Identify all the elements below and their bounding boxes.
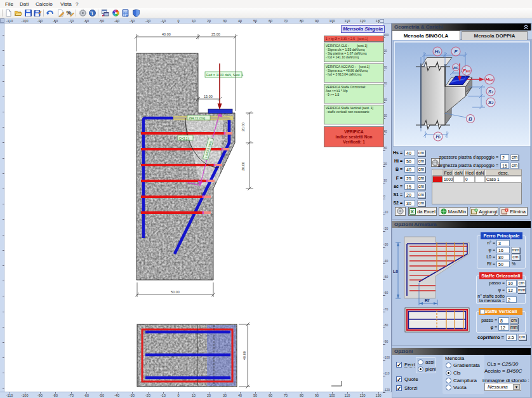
svg-text:15.00: 15.00 bbox=[204, 95, 213, 98]
svg-text:%: % bbox=[67, 10, 72, 16]
svg-text:Fed = 1000 daN, Sest. 1: Fed = 1000 daN, Sest. 1 bbox=[206, 73, 244, 77]
svg-text:25.00: 25.00 bbox=[211, 32, 220, 36]
svg-text:C=3.1 t: C=3.1 t bbox=[179, 136, 190, 140]
svg-text:ac: ac bbox=[453, 65, 458, 70]
svg-text:Rf: Rf bbox=[425, 298, 430, 303]
svg-text:40.00: 40.00 bbox=[162, 32, 171, 36]
svg-text:20.00: 20.00 bbox=[241, 123, 245, 131]
svg-text:i: i bbox=[91, 11, 93, 17]
svg-text:50.00: 50.00 bbox=[171, 290, 180, 294]
svg-text:294.72 cmq: 294.72 cmq bbox=[189, 116, 205, 120]
svg-text:30.00: 30.00 bbox=[241, 162, 245, 171]
svg-text:B: B bbox=[469, 116, 472, 122]
svg-text:40.00: 40.00 bbox=[243, 351, 246, 360]
svg-text:L0: L0 bbox=[393, 269, 398, 274]
svg-text:X: X bbox=[411, 209, 415, 215]
